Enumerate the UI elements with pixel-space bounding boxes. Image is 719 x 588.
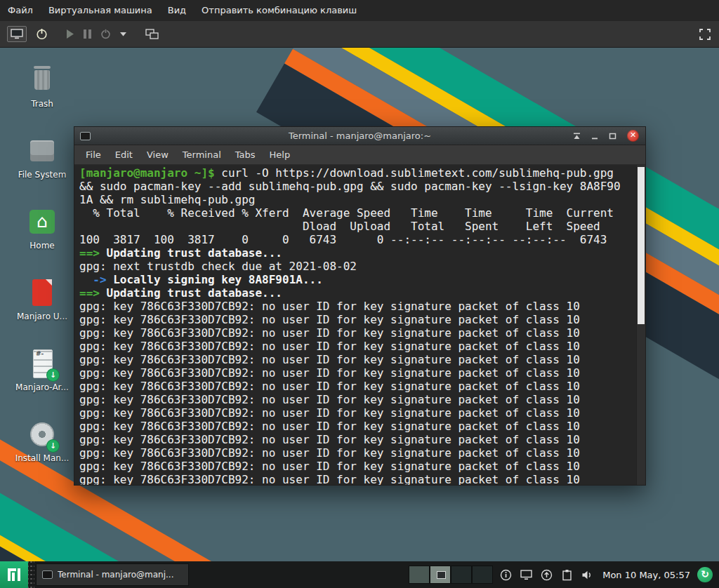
menu-view[interactable]: View [140,149,176,160]
panel-handle[interactable] [28,561,34,588]
disc-icon: ↓ [24,419,60,450]
menu-edit[interactable]: Edit [108,149,140,160]
desktop: TrashFile SystemHomeManjaro U...↓Manjaro… [0,48,719,561]
terminal-line: 1A && rm sublimehq-pub.gpg [79,193,631,206]
vm-menu-view[interactable]: Вид [160,0,194,21]
console-view-button[interactable] [7,26,27,42]
desktop-icon-disc[interactable]: ↓Install Man... [8,419,76,467]
power-dropdown-arrow[interactable] [120,32,126,36]
desktop-icon-label: Manjaro-Ar... [8,382,76,392]
vm-menu-file[interactable]: Файл [0,0,41,21]
monitor-icon [11,29,23,39]
workspace-4[interactable] [472,566,493,584]
clipboard-icon[interactable] [560,569,574,581]
terminal-line: gpg: key 786C63F330D7CB92: no user ID fo… [79,473,631,485]
terminal-line: gpg: next trustdb check due at 2021-08-0… [79,260,631,273]
taskbar-window-label: Terminal - manjaro@manj... [58,570,173,580]
filesystem-icon [24,135,60,166]
power-circle-icon [36,28,48,40]
package-manager-tray-icon[interactable]: ↻ [697,567,713,582]
titlebar-buttons: ✕ [573,130,645,142]
desktop-icon-label: Install Man... [8,453,76,463]
workspace-2[interactable] [430,566,451,584]
fullscreen-button[interactable] [699,29,711,40]
terminal-window: Terminal - manjaro@manjaro:~ [74,126,646,486]
fullscreen-icon [699,29,711,40]
maximize-icon [609,133,616,140]
workspace-window-preview [437,571,446,579]
terminal-line: ==> Updating trust database... [79,246,631,260]
volume-icon[interactable] [580,570,594,580]
desktop-icon-label: Home [8,241,76,250]
terminal-line: gpg: key 786C63F330D7CB92: no user ID fo… [79,420,631,433]
app-menu-button[interactable] [0,561,28,588]
pause-icon [84,29,91,39]
updates-icon[interactable] [539,569,553,581]
terminal-line: gpg: key 786C63F330D7CB92: no user ID fo… [79,366,631,380]
terminal-line: gpg: key 786C63F330D7CB92: no user ID fo… [79,406,631,420]
system-tray [499,569,594,581]
play-icon [67,29,74,39]
terminal-title: Terminal - manjaro@manjaro:~ [74,131,645,141]
power-off-button[interactable] [100,29,111,39]
display-settings-icon[interactable] [519,570,533,580]
terminal-line: && sudo pacman-key --add sublimehq-pub.g… [79,180,631,193]
desktop-icon-doc[interactable]: ↓Manjaro-Ar... [8,348,76,396]
vm-toolbar [0,21,719,48]
shade-button[interactable] [573,133,581,140]
terminal-titlebar[interactable]: Terminal - manjaro@manjaro:~ [74,127,645,145]
terminal-scrollbar[interactable] [636,165,645,485]
menu-tabs[interactable]: Tabs [228,149,263,160]
notification-info-icon[interactable] [499,569,513,581]
vm-menu-send-key-combo[interactable]: Отправить комбинацию клавиш [194,0,364,21]
clock[interactable]: Mon 10 May, 05:57 [602,570,690,580]
terminal-line: gpg: key 786C63F330D7CB92: no user ID fo… [79,433,631,446]
workspace-switcher [409,566,493,584]
doc-icon: ↓ [24,348,60,379]
download-badge-icon: ↓ [47,440,59,452]
terminal-line: gpg: key 786C63F330D7CB92: no user ID fo… [79,340,631,353]
desktop-icon-pdf[interactable]: Manjaro U... [8,277,76,326]
terminal-mini-icon [42,570,53,579]
terminal-line: [manjaro@manjaro ~]$ curl -O https://dow… [79,166,631,180]
maximize-button[interactable] [609,133,616,140]
terminal-line: gpg: key 786C63F330D7CB92: no user ID fo… [79,313,631,326]
menu-help[interactable]: Help [263,149,298,160]
terminal-menubar: File Edit View Terminal Tabs Help [74,145,645,165]
chevron-down-icon [120,32,126,36]
desktop-icon-label: File System [8,170,76,180]
minimize-button[interactable] [591,133,598,140]
desktop-icon-home[interactable]: Home [8,206,76,255]
menu-terminal[interactable]: Terminal [176,149,228,160]
power-status-icon[interactable] [36,28,48,40]
terminal-line: gpg: key 786C63F330D7CB92: no user ID fo… [79,380,631,393]
scrollbar-thumb[interactable] [638,167,645,324]
menu-file[interactable]: File [79,149,108,160]
terminal-line: gpg: key 786C63F330D7CB92: no user ID fo… [79,393,631,406]
play-button[interactable] [67,29,74,39]
pdf-icon [24,277,60,308]
home-icon [24,206,60,237]
desktop-icon-label: Trash [8,99,76,109]
shade-icon [573,133,581,140]
desktop-icon-filesystem[interactable]: File System [8,135,76,184]
terminal-line: ==> Updating trust database... [79,286,631,300]
taskbar: Terminal - manjaro@manj... [0,561,719,588]
trash-icon [24,65,60,95]
workspace-1[interactable] [409,566,430,584]
minimize-icon [591,133,598,140]
vm-menu-virtual-machine[interactable]: Виртуальная машина [41,0,160,21]
multi-monitor-button[interactable] [145,29,159,40]
download-badge-icon: ↓ [47,369,59,381]
workspace-3[interactable] [451,566,472,584]
power-icon [100,29,111,39]
pause-button[interactable] [84,29,91,39]
vm-menubar: Файл Виртуальная машина Вид Отправить ко… [0,0,719,21]
taskbar-window-button[interactable]: Terminal - manjaro@manj... [36,563,189,586]
terminal-line: 100 3817 100 3817 0 0 6743 0 --:--:-- --… [79,233,631,246]
terminal-viewport[interactable]: [manjaro@manjaro ~]$ curl -O https://dow… [74,165,645,485]
desktop-icon-trash[interactable]: Trash [8,65,76,113]
terminal-line: -> Locally signing key 8A8F901A... [79,273,631,286]
close-button[interactable]: ✕ [627,130,639,142]
terminal-line: gpg: key 786C63F330D7CB92: no user ID fo… [79,460,631,473]
